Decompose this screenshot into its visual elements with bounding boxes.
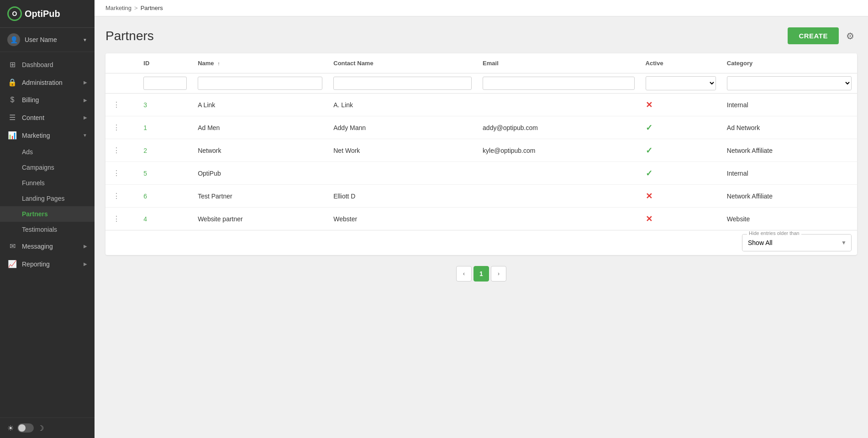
row-menu-button[interactable]: ⋮ <box>111 145 122 156</box>
sidebar-item-ads[interactable]: Ads <box>0 144 95 160</box>
dashboard-icon: ⊞ <box>7 60 17 69</box>
create-button[interactable]: CREATE <box>788 27 839 44</box>
sidebar-item-content[interactable]: ☰ Content ▶ <box>0 109 95 126</box>
row-name-cell: Network <box>192 139 328 162</box>
breadcrumb-separator: > <box>134 5 138 11</box>
row-id-cell: 3 <box>138 94 192 116</box>
sidebar-item-dashboard[interactable]: ⊞ Dashboard <box>0 56 95 73</box>
logo-icon: O <box>7 6 22 21</box>
th-id[interactable]: ID <box>138 53 192 73</box>
row-menu-button[interactable]: ⋮ <box>111 214 122 224</box>
row-actions-cell: ⋮ <box>105 162 138 185</box>
row-active-cell: ✓ <box>640 162 721 185</box>
sidebar-item-testimonials[interactable]: Testimonials <box>0 222 95 237</box>
sidebar-item-billing[interactable]: $ Billing ▶ <box>0 91 95 109</box>
sidebar-item-landing-pages[interactable]: Landing Pages <box>0 191 95 206</box>
filter-active-cell: Active Inactive <box>640 73 721 94</box>
row-name-cell: A Link <box>192 94 328 116</box>
filter-category-select[interactable]: Internal Ad Network Network Affiliate We… <box>727 76 852 90</box>
row-active-cell: ✕ <box>640 94 721 116</box>
filter-actions-cell <box>105 73 138 94</box>
row-contact-cell: Addy Mann <box>328 116 477 139</box>
theme-toggle[interactable] <box>17 423 34 433</box>
filter-email-input[interactable] <box>483 77 635 90</box>
row-email-cell: addy@optipub.com <box>477 116 640 139</box>
row-id-cell: 4 <box>138 208 192 230</box>
pagination-page-1-button[interactable]: 1 <box>473 266 489 282</box>
row-contact-cell: Webster <box>328 208 477 230</box>
th-contact-name[interactable]: Contact Name <box>328 53 477 73</box>
table-row: ⋮ 4 Website partner Webster ✕ Website <box>105 208 857 230</box>
row-menu-button[interactable]: ⋮ <box>111 99 122 110</box>
sidebar-item-label: Messaging <box>22 243 84 250</box>
table-row: ⋮ 2 Network Net Work kyle@optipub.com ✓ … <box>105 139 857 162</box>
reporting-icon: 📈 <box>7 260 17 268</box>
filter-id-input[interactable] <box>143 77 187 90</box>
table-body: ⋮ 3 A Link A. Link ✕ Internal ⋮ 1 Ad Men… <box>105 94 857 230</box>
row-menu-button[interactable]: ⋮ <box>111 168 122 178</box>
th-name[interactable]: Name ↑ <box>192 53 328 73</box>
moon-icon: ☽ <box>37 424 44 433</box>
row-active-cell: ✓ <box>640 116 721 139</box>
row-id[interactable]: 5 <box>143 170 147 177</box>
page-header: Partners CREATE ⚙ <box>105 27 857 44</box>
row-category-cell: Website <box>721 208 857 230</box>
chevron-right-icon: ▶ <box>84 261 87 266</box>
row-menu-button[interactable]: ⋮ <box>111 191 122 201</box>
breadcrumb: Marketing > Partners <box>95 0 868 16</box>
breadcrumb-current: Partners <box>141 5 163 11</box>
row-id-cell: 5 <box>138 162 192 185</box>
hide-entries-section: Hide entries older than Show All 30 Days… <box>105 230 857 255</box>
row-id[interactable]: 3 <box>143 101 147 109</box>
row-contact-cell: Net Work <box>328 139 477 162</box>
lock-icon: 🔒 <box>7 78 17 87</box>
row-email-cell <box>477 185 640 208</box>
filter-contact-input[interactable] <box>333 77 472 90</box>
page-actions: CREATE ⚙ <box>788 27 857 44</box>
row-actions-cell: ⋮ <box>105 185 138 208</box>
sidebar-item-marketing[interactable]: 📊 Marketing ▼ <box>0 126 95 144</box>
sidebar-item-partners[interactable]: Partners <box>0 206 95 222</box>
main-content: Marketing > Partners Partners CREATE ⚙ I… <box>95 0 868 438</box>
th-category[interactable]: Category <box>721 53 857 73</box>
sidebar-item-label: Reporting <box>22 261 84 268</box>
row-contact-cell: A. Link <box>328 94 477 116</box>
sidebar-item-reporting[interactable]: 📈 Reporting ▶ <box>0 255 95 273</box>
user-menu[interactable]: 👤 User Name ▼ <box>0 28 95 52</box>
sidebar-item-messaging[interactable]: ✉ Messaging ▶ <box>0 237 95 255</box>
filter-active-select[interactable]: Active Inactive <box>646 76 716 90</box>
marketing-icon: 📊 <box>7 131 17 140</box>
hide-entries-select[interactable]: Show All 30 Days 60 Days 90 Days 6 Month… <box>742 235 851 251</box>
pagination-prev-button[interactable]: ‹ <box>456 266 472 282</box>
table-row: ⋮ 6 Test Partner Elliott D ✕ Network Aff… <box>105 185 857 208</box>
row-contact-cell <box>328 162 477 185</box>
sidebar-item-campaigns[interactable]: Campaigns <box>0 160 95 175</box>
row-id[interactable]: 4 <box>143 215 147 223</box>
settings-button[interactable]: ⚙ <box>843 28 857 44</box>
filter-email-cell <box>477 73 640 94</box>
row-id[interactable]: 2 <box>143 147 147 154</box>
sidebar-nav: ⊞ Dashboard 🔒 Administration ▶ $ Billing… <box>0 52 95 417</box>
messaging-icon: ✉ <box>7 242 17 250</box>
sidebar-item-administration[interactable]: 🔒 Administration ▶ <box>0 73 95 91</box>
status-inactive-icon: ✕ <box>646 192 652 201</box>
user-menu-chevron-icon: ▼ <box>83 37 87 42</box>
th-active[interactable]: Active <box>640 53 721 73</box>
row-active-cell: ✓ <box>640 139 721 162</box>
breadcrumb-marketing[interactable]: Marketing <box>105 5 132 11</box>
user-name: User Name <box>25 36 83 43</box>
th-actions <box>105 53 138 73</box>
pagination-next-button[interactable]: › <box>491 266 506 282</box>
row-active-cell: ✕ <box>640 208 721 230</box>
row-email-cell: kyle@optipub.com <box>477 139 640 162</box>
row-menu-button[interactable]: ⋮ <box>111 122 122 133</box>
sidebar-item-funnels[interactable]: Funnels <box>0 175 95 191</box>
filter-name-input[interactable] <box>198 77 322 90</box>
row-actions-cell: ⋮ <box>105 208 138 230</box>
th-email[interactable]: Email <box>477 53 640 73</box>
row-id[interactable]: 6 <box>143 193 147 200</box>
row-id[interactable]: 1 <box>143 124 147 131</box>
row-contact-cell: Elliott D <box>328 185 477 208</box>
row-id-cell: 1 <box>138 116 192 139</box>
logo-text: OptiPub <box>25 9 60 19</box>
